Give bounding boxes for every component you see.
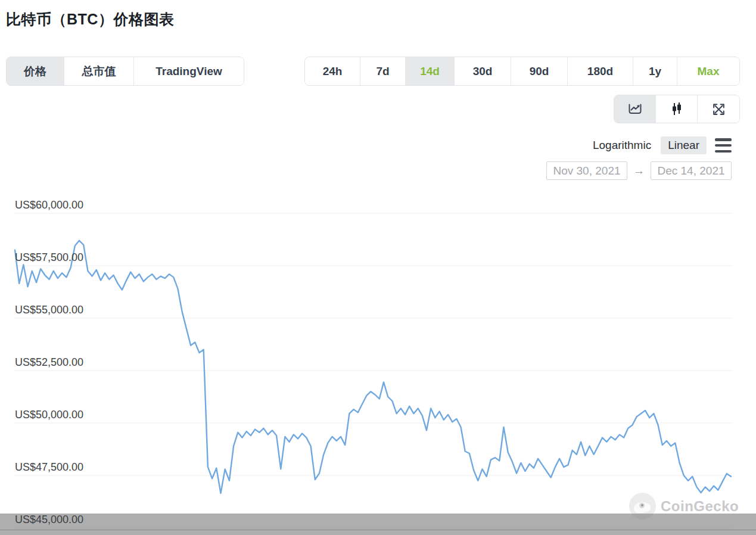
y-axis-tick-label: US$47,500.00: [15, 461, 83, 474]
source-bar: [0, 514, 756, 535]
y-axis-tick-label: US$45,000.00: [15, 514, 83, 526]
y-axis-tick-label: US$57,500.00: [15, 251, 83, 264]
source-text: 图片来源：CoinGecko: [648, 4, 748, 18]
btc-price-line: [15, 241, 731, 493]
y-axis-tick-label: US$52,500.00: [15, 356, 83, 369]
y-axis-tick-label: US$60,000.00: [15, 199, 83, 211]
price-line-chart[interactable]: [0, 0, 756, 535]
y-axis-tick-label: US$50,000.00: [15, 409, 83, 421]
gridlines: [15, 213, 732, 528]
y-axis-tick-label: US$55,000.00: [15, 304, 83, 316]
btc-price-chart-page: 比特币（BTC）价格图表 价格 总市值 TradingView 24h7d14d…: [0, 0, 756, 535]
